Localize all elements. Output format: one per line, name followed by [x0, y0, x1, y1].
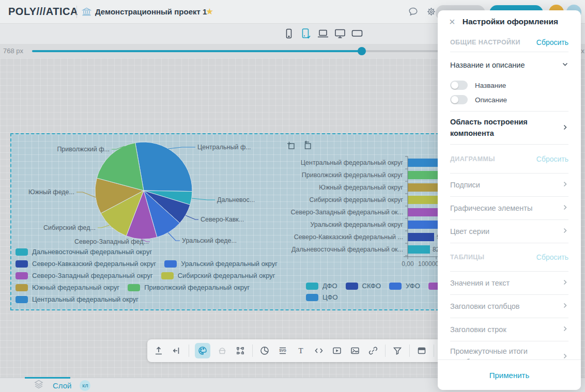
toggle-group: Название Описание	[450, 78, 568, 112]
text-icon[interactable]: T	[295, 344, 307, 357]
row-column-headers[interactable]: Заголовки столбцов	[450, 295, 568, 318]
layer-badge: кл	[80, 380, 90, 391]
svg-icon[interactable]: SVG	[276, 344, 289, 357]
description-toggle[interactable]	[450, 95, 468, 104]
title-toggle[interactable]	[450, 81, 468, 90]
device-tv-icon[interactable]	[350, 27, 364, 42]
row-series-color[interactable]: Цвет серии	[450, 220, 568, 243]
comment-icon[interactable]	[408, 6, 419, 19]
row-build-area[interactable]: Область построения компонента	[450, 112, 568, 145]
pie-legend: Дальневосточный федеральный округСеверо-…	[16, 248, 278, 303]
transform-icon[interactable]	[234, 344, 247, 357]
bank-icon	[82, 7, 91, 19]
legend-swatch	[164, 260, 177, 268]
row-graphic-elements[interactable]: Графические элементы	[450, 197, 568, 220]
legend-swatch	[346, 283, 358, 290]
svg-text:SVG: SVG	[279, 349, 286, 352]
component-toolbar: SVG T	[147, 339, 453, 362]
chevron-right-icon	[562, 181, 568, 189]
chevron-right-icon	[562, 353, 568, 360]
legend-item: СКФО	[346, 282, 381, 290]
pie-chart: Центральный ф...Дальневос...Северо-Кавк.…	[28, 142, 255, 245]
row-column-subtotals[interactable]: Промежуточные итоги столбцов	[450, 341, 568, 360]
legend-item: Северо-Западный федеральный округ	[16, 272, 153, 279]
legend-item: Южный федеральный округ	[16, 284, 119, 291]
window-icon[interactable]	[415, 344, 428, 357]
toggle-row-description: Описание	[450, 92, 568, 107]
legend-swatch	[389, 283, 402, 290]
legend-swatch	[16, 260, 28, 268]
section-diagrams: ДИАГРАММЫ Сбросить	[450, 145, 568, 174]
gear-icon[interactable]	[426, 6, 437, 19]
svg-text:Северо-Кавк...: Северо-Кавк...	[201, 216, 244, 223]
layers-icon[interactable]	[33, 379, 44, 392]
legend-item: УФО	[389, 282, 420, 290]
format-settings-panel: × Настройки оформления ОБЩИЕ НАСТРОЙКИ С…	[438, 10, 581, 390]
section-tables: ТАБЛИЦЫ Сбросить	[450, 243, 568, 272]
row-labels[interactable]: Подписи	[450, 174, 568, 197]
apply-button[interactable]: Применить	[486, 370, 533, 380]
svg-text:Северо-Западный федеральный ок: Северо-Западный федеральный ок...	[291, 209, 403, 216]
add-copy-icon[interactable]	[285, 140, 297, 151]
device-tablet-icon[interactable]	[299, 27, 312, 42]
svg-text:Уральский феде...: Уральский феде...	[182, 237, 237, 244]
row-name-description[interactable]: Название и описание	[450, 52, 568, 78]
project-title[interactable]: Демонстрационный проект 1	[95, 7, 207, 16]
row-values-text[interactable]: Значения и текст	[450, 272, 568, 295]
legend-swatch	[16, 248, 28, 256]
svg-text:Приволжский ф...: Приволжский ф...	[57, 146, 110, 153]
svg-text:T: T	[298, 347, 303, 355]
section-general: ОБЩИЕ НАСТРОЙКИ Сбросить	[450, 33, 568, 52]
bar-chart: Центральный федеральный округПриволжский…	[291, 156, 438, 268]
legend-swatch	[161, 272, 174, 279]
toggle-row-title: Название	[450, 78, 568, 92]
legend-item: ДФО	[306, 282, 337, 290]
image-icon[interactable]	[349, 344, 361, 357]
svg-text:Дальневосточный федеральный ок: Дальневосточный федеральный ок...	[291, 246, 403, 253]
svg-text:Северо-Кавказский федеральный: Северо-Кавказский федеральный ...	[294, 233, 403, 241]
chevron-right-icon	[562, 124, 568, 132]
collapse-left-icon[interactable]	[171, 344, 183, 357]
legend-item: Сибирский федеральный округ	[161, 272, 275, 279]
export-icon[interactable]	[152, 344, 165, 357]
slider-handle[interactable]	[358, 47, 366, 55]
svg-text:Южный феде...: Южный феде...	[28, 189, 74, 196]
chevron-right-icon	[562, 279, 568, 287]
reset-general-link[interactable]: Сбросить	[536, 38, 568, 46]
legend-item: Приволжский федеральный округ	[128, 284, 250, 291]
svg-text:Северо-Западный фед...: Северо-Западный фед...	[74, 238, 149, 245]
video-icon[interactable]	[331, 344, 343, 357]
close-icon[interactable]: ×	[449, 17, 455, 27]
app-window: POLY///ATICA Демонстрационный проект 1 ★	[0, 0, 585, 392]
basket-icon	[216, 344, 228, 357]
undo-frame-icon[interactable]	[302, 140, 313, 151]
panel-body: ОБЩИЕ НАСТРОЙКИ Сбросить Название и опис…	[438, 33, 581, 360]
link-icon[interactable]	[367, 344, 379, 357]
device-laptop-icon[interactable]	[316, 27, 330, 42]
svg-text:Сибирский фед...: Сибирский фед...	[43, 224, 96, 231]
tab-layer[interactable]: Слой	[53, 381, 71, 390]
divider	[76, 6, 77, 18]
code-icon[interactable]	[313, 344, 325, 357]
panel-title: Настройки оформления	[463, 17, 558, 26]
star-icon[interactable]: ★	[206, 6, 213, 17]
svg-text:Сибирский федеральный округ: Сибирский федеральный округ	[309, 196, 403, 203]
legend-swatch	[128, 284, 140, 291]
legend-swatch	[16, 296, 28, 303]
selected-component[interactable]: Центральный ф...Дальневос...Северо-Кавк.…	[10, 133, 439, 310]
filter-icon[interactable]	[391, 344, 404, 357]
device-desktop-icon[interactable]	[333, 27, 347, 42]
reset-tables-link[interactable]: Сбросить	[536, 253, 568, 261]
svg-text:Уральский федеральный округ: Уральский федеральный округ	[310, 221, 403, 228]
row-row-headers[interactable]: Заголовки строк	[450, 318, 568, 341]
pie-chart-icon[interactable]	[258, 344, 271, 357]
legend-item: Уральский федеральный округ	[164, 260, 278, 268]
reset-diagrams-link[interactable]: Сбросить	[536, 155, 568, 163]
slider-fill	[32, 50, 362, 52]
chevron-right-icon	[562, 325, 568, 334]
legend-item: Северо-Кавказский федеральный округ	[16, 260, 156, 268]
device-phone-icon[interactable]	[283, 27, 295, 42]
palette-icon[interactable]	[195, 343, 210, 358]
chevron-right-icon	[562, 227, 568, 236]
logo: POLY///ATICA	[8, 6, 78, 18]
